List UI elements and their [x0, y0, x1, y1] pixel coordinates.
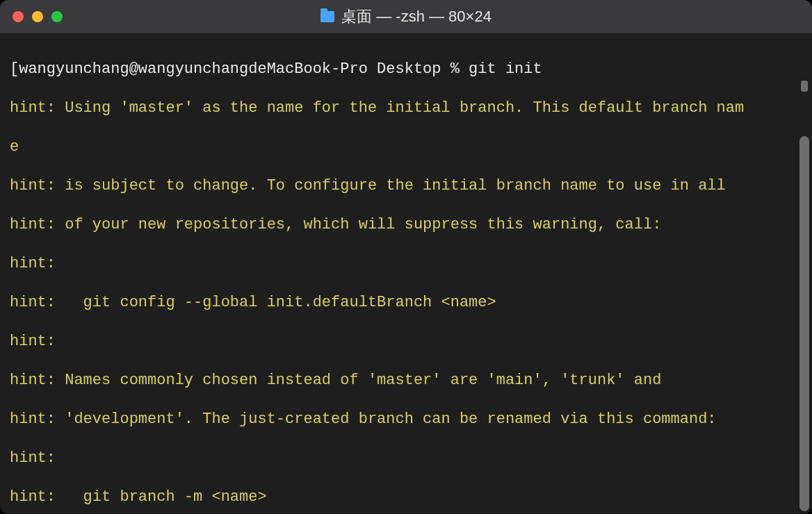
folder-icon — [320, 11, 334, 22]
minimize-icon[interactable] — [32, 11, 43, 22]
command-git-init: git init — [469, 60, 542, 78]
hint-line: hint: git config --global init.defaultBr… — [10, 293, 804, 313]
titlebar[interactable]: 桌面 — -zsh — 80×24 — [0, 0, 812, 33]
hint-line: hint: — [10, 449, 804, 468]
hint-line: hint: of your new repositories, which wi… — [10, 215, 804, 235]
scrollbar-thumb[interactable] — [799, 136, 809, 511]
window-title: 桌面 — -zsh — 80×24 — [341, 6, 492, 27]
terminal-window: 桌面 — -zsh — 80×24 [wangyunchang@wangyunc… — [0, 0, 812, 514]
title-center: 桌面 — -zsh — 80×24 — [0, 6, 812, 27]
hint-line: hint: Names commonly chosen instead of '… — [10, 371, 804, 390]
hint-line: hint: Using 'master' as the name for the… — [10, 99, 804, 118]
scrollbar[interactable] — [799, 39, 809, 507]
bracket-open: [ — [10, 60, 19, 78]
hint-line: hint: 'development'. The just-created br… — [10, 410, 804, 429]
zoom-icon[interactable] — [51, 11, 63, 22]
scroll-indicator-icon — [801, 81, 808, 92]
hint-line: hint: — [10, 254, 804, 274]
window-controls — [13, 11, 63, 22]
terminal-body[interactable]: [wangyunchang@wangyunchangdeMacBook-Pro … — [0, 33, 812, 514]
hint-line: hint: — [10, 332, 804, 351]
hint-line: e — [10, 138, 804, 157]
close-icon[interactable] — [13, 11, 24, 22]
hint-line: hint: git branch -m <name> — [10, 488, 804, 507]
shell-prompt: wangyunchang@wangyunchangdeMacBook-Pro D… — [19, 60, 469, 78]
hint-line: hint: is subject to change. To configure… — [10, 176, 804, 196]
